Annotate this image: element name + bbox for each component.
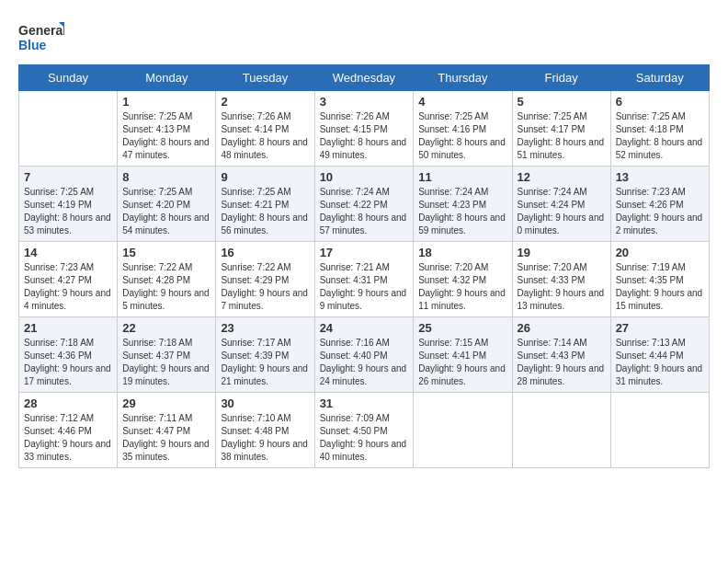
calendar-cell: 15Sunrise: 7:22 AMSunset: 4:28 PMDayligh… — [118, 242, 216, 317]
calendar-cell: 25Sunrise: 7:15 AMSunset: 4:41 PMDayligh… — [414, 317, 512, 393]
day-number: 7 — [24, 170, 112, 184]
calendar-cell: 18Sunrise: 7:20 AMSunset: 4:32 PMDayligh… — [414, 242, 512, 317]
day-info: Sunrise: 7:17 AMSunset: 4:39 PMDaylight:… — [221, 337, 309, 388]
calendar-cell: 3Sunrise: 7:26 AMSunset: 4:15 PMDaylight… — [314, 91, 414, 167]
logo: General Blue — [18, 18, 64, 57]
day-number: 14 — [24, 246, 112, 259]
day-info: Sunrise: 7:24 AMSunset: 4:23 PMDaylight:… — [418, 186, 506, 237]
header-day-wednesday: Wednesday — [314, 65, 414, 91]
calendar-cell: 24Sunrise: 7:16 AMSunset: 4:40 PMDayligh… — [314, 317, 414, 393]
calendar-cell: 23Sunrise: 7:17 AMSunset: 4:39 PMDayligh… — [216, 317, 314, 393]
day-number: 15 — [122, 246, 210, 259]
day-number: 6 — [616, 95, 704, 109]
day-info: Sunrise: 7:16 AMSunset: 4:40 PMDaylight:… — [320, 337, 409, 388]
day-info: Sunrise: 7:23 AMSunset: 4:27 PMDaylight:… — [24, 261, 112, 313]
day-info: Sunrise: 7:09 AMSunset: 4:50 PMDaylight:… — [320, 412, 409, 464]
header-day-monday: Monday — [118, 65, 216, 91]
day-info: Sunrise: 7:20 AMSunset: 4:32 PMDaylight:… — [418, 261, 506, 313]
calendar-cell: 7Sunrise: 7:25 AMSunset: 4:19 PMDaylight… — [19, 167, 118, 242]
day-info: Sunrise: 7:12 AMSunset: 4:46 PMDaylight:… — [24, 412, 112, 464]
day-info: Sunrise: 7:21 AMSunset: 4:31 PMDaylight:… — [320, 261, 409, 313]
day-number: 10 — [320, 170, 409, 184]
calendar-cell: 29Sunrise: 7:11 AMSunset: 4:47 PMDayligh… — [118, 393, 216, 468]
day-info: Sunrise: 7:25 AMSunset: 4:13 PMDaylight:… — [122, 110, 210, 162]
header-day-friday: Friday — [512, 65, 610, 91]
header-day-sunday: Sunday — [19, 65, 118, 91]
week-row-5: 28Sunrise: 7:12 AMSunset: 4:46 PMDayligh… — [19, 393, 710, 468]
day-number: 31 — [320, 396, 409, 410]
day-number: 25 — [418, 321, 506, 335]
week-row-1: 1Sunrise: 7:25 AMSunset: 4:13 PMDaylight… — [19, 91, 710, 167]
week-row-2: 7Sunrise: 7:25 AMSunset: 4:19 PMDaylight… — [19, 167, 710, 242]
day-number: 11 — [418, 170, 506, 184]
day-info: Sunrise: 7:15 AMSunset: 4:41 PMDaylight:… — [418, 337, 506, 388]
day-info: Sunrise: 7:24 AMSunset: 4:24 PMDaylight:… — [518, 186, 606, 237]
day-info: Sunrise: 7:22 AMSunset: 4:28 PMDaylight:… — [122, 261, 210, 313]
day-number: 2 — [221, 95, 309, 109]
day-info: Sunrise: 7:26 AMSunset: 4:15 PMDaylight:… — [320, 110, 409, 162]
calendar-cell: 5Sunrise: 7:25 AMSunset: 4:17 PMDaylight… — [512, 91, 610, 167]
day-number: 23 — [221, 321, 309, 335]
day-info: Sunrise: 7:24 AMSunset: 4:22 PMDaylight:… — [320, 186, 409, 237]
calendar-cell: 19Sunrise: 7:20 AMSunset: 4:33 PMDayligh… — [512, 242, 610, 317]
calendar-cell: 21Sunrise: 7:18 AMSunset: 4:36 PMDayligh… — [19, 317, 118, 393]
day-number: 29 — [122, 396, 210, 410]
day-number: 16 — [221, 246, 309, 259]
calendar-cell: 16Sunrise: 7:22 AMSunset: 4:29 PMDayligh… — [216, 242, 314, 317]
calendar-cell: 20Sunrise: 7:19 AMSunset: 4:35 PMDayligh… — [610, 242, 709, 317]
logo-svg: General Blue — [18, 18, 64, 57]
calendar-cell: 2Sunrise: 7:26 AMSunset: 4:14 PMDaylight… — [216, 91, 314, 167]
day-number: 30 — [221, 396, 309, 410]
header-row: SundayMondayTuesdayWednesdayThursdayFrid… — [19, 65, 710, 91]
calendar-cell: 4Sunrise: 7:25 AMSunset: 4:16 PMDaylight… — [414, 91, 512, 167]
week-row-4: 21Sunrise: 7:18 AMSunset: 4:36 PMDayligh… — [19, 317, 710, 393]
day-info: Sunrise: 7:11 AMSunset: 4:47 PMDaylight:… — [122, 412, 210, 464]
calendar-cell: 26Sunrise: 7:14 AMSunset: 4:43 PMDayligh… — [512, 317, 610, 393]
day-number: 4 — [418, 95, 506, 109]
header-day-tuesday: Tuesday — [216, 65, 314, 91]
calendar-cell: 17Sunrise: 7:21 AMSunset: 4:31 PMDayligh… — [314, 242, 414, 317]
day-number: 26 — [518, 321, 606, 335]
svg-text:Blue: Blue — [18, 38, 47, 52]
calendar-table: SundayMondayTuesdayWednesdayThursdayFrid… — [18, 64, 710, 468]
day-info: Sunrise: 7:25 AMSunset: 4:19 PMDaylight:… — [24, 186, 112, 237]
header-day-saturday: Saturday — [610, 65, 709, 91]
day-info: Sunrise: 7:25 AMSunset: 4:20 PMDaylight:… — [122, 186, 210, 237]
day-info: Sunrise: 7:25 AMSunset: 4:18 PMDaylight:… — [616, 110, 704, 162]
calendar-cell: 9Sunrise: 7:25 AMSunset: 4:21 PMDaylight… — [216, 167, 314, 242]
calendar-cell: 13Sunrise: 7:23 AMSunset: 4:26 PMDayligh… — [610, 167, 709, 242]
day-info: Sunrise: 7:13 AMSunset: 4:44 PMDaylight:… — [616, 337, 704, 388]
calendar-cell — [414, 393, 512, 468]
day-info: Sunrise: 7:26 AMSunset: 4:14 PMDaylight:… — [221, 110, 309, 162]
calendar-cell: 6Sunrise: 7:25 AMSunset: 4:18 PMDaylight… — [610, 91, 709, 167]
calendar-cell: 28Sunrise: 7:12 AMSunset: 4:46 PMDayligh… — [19, 393, 118, 468]
calendar-cell: 27Sunrise: 7:13 AMSunset: 4:44 PMDayligh… — [610, 317, 709, 393]
day-number: 13 — [616, 170, 704, 184]
day-number: 21 — [24, 321, 112, 335]
day-info: Sunrise: 7:10 AMSunset: 4:48 PMDaylight:… — [221, 412, 309, 464]
day-info: Sunrise: 7:18 AMSunset: 4:36 PMDaylight:… — [24, 337, 112, 388]
calendar-cell — [610, 393, 709, 468]
calendar-cell: 11Sunrise: 7:24 AMSunset: 4:23 PMDayligh… — [414, 167, 512, 242]
day-info: Sunrise: 7:20 AMSunset: 4:33 PMDaylight:… — [518, 261, 606, 313]
day-number: 5 — [518, 95, 606, 109]
day-info: Sunrise: 7:25 AMSunset: 4:16 PMDaylight:… — [418, 110, 506, 162]
calendar-cell — [512, 393, 610, 468]
day-number: 12 — [518, 170, 606, 184]
day-number: 17 — [320, 246, 409, 259]
day-number: 9 — [221, 170, 309, 184]
day-number: 24 — [320, 321, 409, 335]
calendar-cell: 12Sunrise: 7:24 AMSunset: 4:24 PMDayligh… — [512, 167, 610, 242]
day-number: 8 — [122, 170, 210, 184]
header-day-thursday: Thursday — [414, 65, 512, 91]
calendar-cell — [19, 91, 118, 167]
calendar-cell: 10Sunrise: 7:24 AMSunset: 4:22 PMDayligh… — [314, 167, 414, 242]
day-number: 22 — [122, 321, 210, 335]
day-info: Sunrise: 7:22 AMSunset: 4:29 PMDaylight:… — [221, 261, 309, 313]
calendar-cell: 14Sunrise: 7:23 AMSunset: 4:27 PMDayligh… — [19, 242, 118, 317]
day-info: Sunrise: 7:14 AMSunset: 4:43 PMDaylight:… — [518, 337, 606, 388]
calendar-cell: 31Sunrise: 7:09 AMSunset: 4:50 PMDayligh… — [314, 393, 414, 468]
svg-text:General: General — [18, 23, 64, 38]
day-number: 28 — [24, 396, 112, 410]
week-row-3: 14Sunrise: 7:23 AMSunset: 4:27 PMDayligh… — [19, 242, 710, 317]
